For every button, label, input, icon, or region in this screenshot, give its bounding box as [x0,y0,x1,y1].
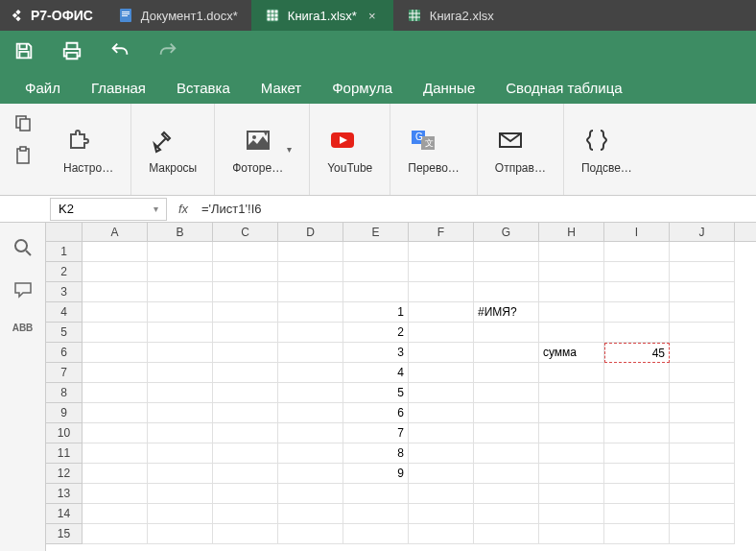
cell-A11[interactable] [83,443,148,464]
cell-B8[interactable] [148,383,213,403]
cell-E6[interactable]: 3 [343,343,409,363]
cell-I1[interactable] [604,242,670,262]
menu-сводная таблица[interactable]: Сводная таблица [490,71,637,104]
row-header-1[interactable]: 1 [46,242,83,262]
cell-E7[interactable]: 4 [343,363,409,383]
search-icon[interactable] [13,238,33,257]
cell-J8[interactable] [670,383,735,403]
cell-J2[interactable] [670,262,735,282]
row-header-8[interactable]: 8 [46,383,83,403]
row-header-12[interactable]: 12 [46,464,83,484]
cell-D4[interactable] [278,302,343,323]
cell-B14[interactable] [148,504,213,524]
cell-B9[interactable] [148,403,213,423]
print-icon[interactable] [61,40,83,61]
cell-D5[interactable] [278,323,343,343]
menu-вставка[interactable]: Вставка [161,71,246,104]
cell-G4[interactable]: #ИМЯ? [474,302,539,323]
col-header-D[interactable]: D [278,223,343,241]
row-header-10[interactable]: 10 [46,423,83,443]
cell-D14[interactable] [278,504,343,524]
cell-J12[interactable] [670,464,735,484]
cell-D7[interactable] [278,363,343,383]
row-header-4[interactable]: 4 [46,302,83,323]
spellcheck-icon[interactable]: ABB [12,323,34,342]
chevron-down-icon[interactable]: ▾ [154,204,158,214]
undo-icon[interactable] [109,40,130,61]
cell-H6[interactable]: сумма [539,343,604,363]
cell-A6[interactable] [83,343,148,363]
close-icon[interactable]: × [365,9,380,23]
cell-G2[interactable] [474,262,539,282]
cell-G15[interactable] [474,524,539,544]
cell-A4[interactable] [83,302,148,323]
ribbon-mail[interactable]: Отправ… [478,104,564,195]
cell-E4[interactable]: 1 [343,302,409,323]
col-header-I[interactable]: I [604,223,670,241]
cell-A14[interactable] [83,504,148,524]
row-header-7[interactable]: 7 [46,363,83,383]
cell-A9[interactable] [83,403,148,423]
ribbon-photo[interactable]: Фоторе…▾ [215,104,310,195]
cell-J5[interactable] [670,323,735,343]
cell-C7[interactable] [213,363,278,383]
cell-A12[interactable] [83,464,148,484]
cell-H12[interactable] [539,464,604,484]
ribbon-braces[interactable]: Подсве… [564,104,650,195]
cell-E13[interactable] [343,484,409,504]
cell-E9[interactable]: 6 [343,403,409,423]
tab-document[interactable]: Документ1.docx* [105,0,251,31]
cell-E10[interactable]: 7 [343,423,409,443]
comment-icon[interactable] [13,280,33,299]
ribbon-translate[interactable]: G文Перево… [390,104,478,195]
cell-I10[interactable] [604,423,670,443]
cell-F3[interactable] [409,282,474,302]
cell-D15[interactable] [278,524,343,544]
cell-F7[interactable] [409,363,474,383]
cell-C15[interactable] [213,524,278,544]
cell-C13[interactable] [213,484,278,504]
cell-H10[interactable] [539,423,604,443]
cell-A10[interactable] [83,423,148,443]
row-header-15[interactable]: 15 [46,524,83,544]
cell-H11[interactable] [539,443,604,464]
cell-E3[interactable] [343,282,409,302]
row-header-11[interactable]: 11 [46,443,83,464]
cell-C8[interactable] [213,383,278,403]
cell-H1[interactable] [539,242,604,262]
formula-input[interactable]: ='Лист1'!I6 [196,202,756,216]
cell-D8[interactable] [278,383,343,403]
cell-F13[interactable] [409,484,474,504]
col-header-C[interactable]: C [213,223,278,241]
cell-H4[interactable] [539,302,604,323]
cell-I15[interactable] [604,524,670,544]
row-header-3[interactable]: 3 [46,282,83,302]
cell-C12[interactable] [213,464,278,484]
cell-G9[interactable] [474,403,539,423]
copy-icon[interactable] [13,113,33,132]
cell-C3[interactable] [213,282,278,302]
row-header-6[interactable]: 6 [46,343,83,363]
cell-F8[interactable] [409,383,474,403]
ribbon-youtube[interactable]: YouTube [310,104,390,195]
cell-H3[interactable] [539,282,604,302]
cell-E14[interactable] [343,504,409,524]
cell-I3[interactable] [604,282,670,302]
cell-J3[interactable] [670,282,735,302]
cell-D12[interactable] [278,464,343,484]
cell-C14[interactable] [213,504,278,524]
paste-icon[interactable] [13,146,33,165]
fx-button[interactable]: fx [171,202,196,216]
cell-D10[interactable] [278,423,343,443]
cell-B5[interactable] [148,323,213,343]
cell-E1[interactable] [343,242,409,262]
cell-I9[interactable] [604,403,670,423]
cell-J14[interactable] [670,504,735,524]
col-header-H[interactable]: H [539,223,604,241]
col-header-G[interactable]: G [474,223,539,241]
cell-J6[interactable] [670,343,735,363]
cell-I5[interactable] [604,323,670,343]
cell-B15[interactable] [148,524,213,544]
col-header-F[interactable]: F [409,223,474,241]
row-header-9[interactable]: 9 [46,403,83,423]
